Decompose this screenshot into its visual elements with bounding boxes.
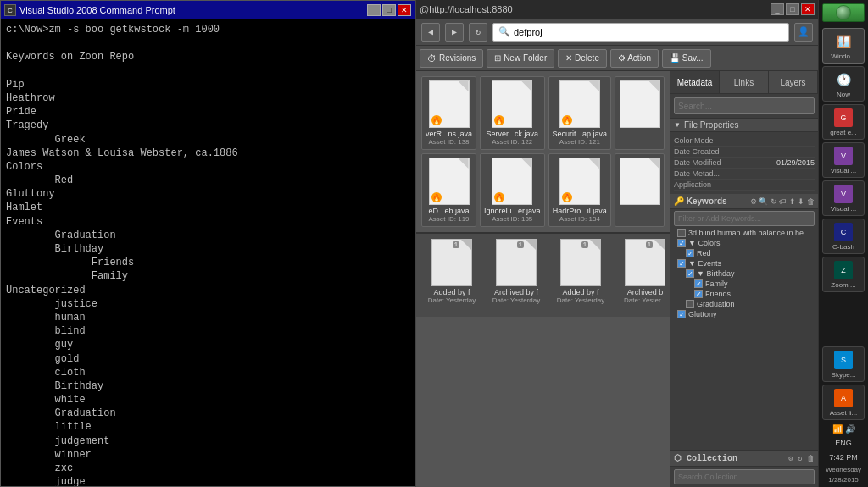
start-button[interactable] [822, 3, 865, 22]
tab-layers[interactable]: Layers [769, 71, 818, 93]
taskbar-item-skype[interactable]: S Skype... [822, 346, 865, 382]
strip-item[interactable]: 1 Archived b Date: Yester... [615, 239, 670, 312]
file-item[interactable] [615, 76, 665, 150]
file-id: Asset ID: 135 [492, 215, 532, 223]
keyword-item[interactable]: ✓ Gluttony [670, 309, 818, 319]
file-icon: 🔥 [429, 80, 470, 128]
file-item[interactable]: 🔥 Server...ck.java Asset ID: 122 [480, 76, 545, 150]
keyword-item[interactable]: ✓ ▼ Events [670, 258, 818, 268]
taskbar-label: C-bash [832, 243, 854, 251]
taskbar: 🪟 Windo... 🕐 Now G great e... V Visual .… [818, 0, 868, 487]
keyword-checkbox[interactable] [686, 300, 694, 308]
action-button[interactable]: ⚙ Action [610, 49, 659, 68]
delete-button[interactable]: ✕ Delete [558, 49, 607, 68]
keyword-checkbox[interactable]: ✓ [677, 239, 686, 247]
file-item[interactable]: 🔥 HadrPro...il.java Asset ID: 134 [548, 153, 612, 227]
keyword-checkbox[interactable]: ✓ [694, 279, 703, 288]
cmd-titlebar: C Visual Studio 2008 Command Prompt _ □ … [1, 1, 415, 19]
file-item[interactable]: 🔥 Securit...ap.java Asset ID: 121 [548, 76, 612, 150]
file-item[interactable]: 🔥 IgnoreLi...er.java Asset ID: 135 [480, 153, 545, 227]
taskbar-item-visual2[interactable]: V Visual ... [822, 180, 865, 216]
taskbar-label: Skype... [832, 371, 856, 379]
tab-links[interactable]: Links [720, 71, 769, 93]
taskbar-item-now[interactable]: 🕐 Now [822, 66, 865, 102]
tab-metadata[interactable]: Metadata [670, 71, 720, 93]
taskbar-item-bash[interactable]: C C-bash [822, 219, 865, 254]
keyword-checkbox[interactable]: ✓ [686, 269, 694, 278]
cmd-maximize-button[interactable]: □ [382, 4, 396, 16]
panel-search-input[interactable] [674, 97, 815, 114]
refresh-button[interactable]: ↻ [469, 23, 487, 42]
keyword-checkbox[interactable]: ✓ [677, 310, 686, 318]
taskbar-item-windows[interactable]: 🪟 Windo... [822, 28, 865, 64]
browser-close-button[interactable]: ✕ [801, 3, 815, 15]
strip-file-date: Date: Yesterday [492, 296, 540, 304]
forward-button[interactable]: ▶ [445, 23, 464, 42]
taskbar-item-asset[interactable]: A Asset li... [822, 385, 865, 420]
collection-search-input[interactable] [674, 469, 815, 484]
strip-file-name: Archived by f [487, 288, 546, 296]
file-item[interactable] [615, 153, 665, 227]
keyword-checkbox[interactable]: ✓ [686, 249, 694, 257]
file-name: Securit...ap.java [553, 130, 608, 138]
file-id: Asset ID: 134 [559, 215, 600, 223]
taskbar-label: great e... [830, 129, 857, 136]
file-id: Asset ID: 119 [429, 215, 470, 223]
prop-label: Application [674, 180, 711, 189]
keyword-checkbox[interactable]: ✓ [677, 259, 686, 268]
file-item[interactable]: 🔥 eD...eb.java Asset ID: 119 [421, 153, 476, 227]
file-properties-section: ▼ File Properties [670, 119, 818, 132]
new-folder-button[interactable]: ⊞ New Folder [487, 49, 554, 68]
back-button[interactable]: ◀ [421, 23, 440, 42]
keyword-item[interactable]: ✓ Friends [670, 289, 818, 299]
file-id: Asset ID: 121 [559, 138, 600, 146]
file-properties-label: File Properties [684, 120, 738, 130]
strip-file-name: Added by f [551, 288, 610, 296]
cmd-controls: _ □ ✕ [367, 4, 411, 16]
keyword-item[interactable]: ✓ ▼ Birthday [670, 268, 818, 279]
browser-maximize-button[interactable]: □ [786, 3, 799, 15]
strip-item[interactable]: 1 Added by f Date: Yesterday [550, 239, 611, 312]
user-icon[interactable]: 👤 [794, 23, 813, 42]
url-text: defproj [514, 27, 542, 37]
panel-props: Color Mode Date Created Date Modified 01… [670, 132, 818, 194]
strip-count: 1 [517, 241, 524, 248]
now-icon: 🕐 [834, 70, 853, 89]
keyword-item[interactable]: ✓ Family [670, 279, 818, 289]
cmd-icon: C [4, 4, 16, 16]
strip-item[interactable]: 1 Added by f Date: Yesterday [421, 239, 482, 312]
file-badge: 🔥 [494, 192, 504, 202]
keyword-item[interactable]: ✓ Red [670, 248, 818, 258]
keyword-text: Graduation [697, 300, 735, 308]
browser-minimize-button[interactable]: _ [771, 3, 784, 15]
taskbar-item-greate[interactable]: G great e... [822, 104, 865, 140]
keyword-item[interactable]: 3d blind human with balance in he... [670, 228, 818, 238]
cmd-title: Visual Studio 2008 Command Prompt [19, 5, 175, 15]
visual1-icon: V [834, 147, 853, 165]
file-id: Asset ID: 138 [429, 138, 470, 146]
file-icon: 🔥 [429, 158, 470, 205]
save-button[interactable]: 💾 Sav... [662, 49, 711, 68]
revisions-button[interactable]: ⏱ Revisions [420, 49, 483, 68]
cmd-minimize-button[interactable]: _ [367, 4, 381, 16]
file-item[interactable]: 🔥 verR...ns.java Asset ID: 138 [421, 76, 476, 150]
prop-date-metad: Date Metad... [674, 169, 815, 180]
taskbar-item-zoom[interactable]: Z Zoom ... [822, 257, 865, 292]
keyword-item[interactable]: ✓ ▼ Colors [670, 238, 818, 248]
strip-file-name: Added by f [422, 288, 481, 296]
cmd-close-button[interactable]: ✕ [398, 4, 411, 16]
prop-date-modified: Date Modified 01/29/2015 [674, 158, 815, 169]
prop-color-mode: Color Mode [674, 136, 815, 147]
taskbar-item-visual1[interactable]: V Visual ... [822, 142, 865, 178]
taskbar-label: Zoom ... [831, 281, 855, 289]
cmd-body: c:\Now>zm -s boo getkwstock -m 1000 Keyw… [1, 19, 415, 486]
keywords-section: 🔑 Keywords ⚙ 🔍 ↻ 🏷 ⬆ ⬇ 🗑 3d blind human … [670, 194, 818, 450]
keyword-checkbox[interactable]: ✓ [694, 290, 703, 298]
app-toolbar: ⏱ Revisions ⊞ New Folder ✕ Delete ⚙ Acti… [416, 46, 818, 71]
keyword-filter-input[interactable] [674, 211, 815, 226]
strip-item[interactable]: 1 Archived by f Date: Yesterday [486, 239, 547, 312]
keyword-checkbox[interactable] [677, 229, 686, 237]
panel-search [670, 94, 818, 119]
collection-label: ⬡ Collection [674, 453, 737, 463]
keyword-item[interactable]: Graduation [670, 299, 818, 309]
